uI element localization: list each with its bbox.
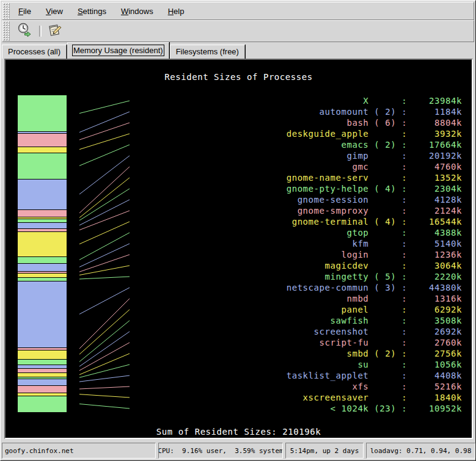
process-row-gnome-smproxy: gnome-smproxy : 2124k	[287, 205, 462, 216]
connector-line	[79, 343, 130, 371]
bar-segment-gmc	[18, 209, 67, 217]
connector-line	[79, 365, 130, 377]
connector-line	[79, 167, 130, 213]
time-uptime-panel: 5:14pm, up 2 days	[285, 443, 364, 459]
menu-view[interactable]: View	[38, 4, 70, 18]
menu-file[interactable]: File	[11, 4, 38, 18]
connector-line	[79, 156, 130, 194]
connector-line	[79, 189, 130, 220]
connector-line	[79, 233, 130, 260]
tab-memory-usage-resident[interactable]: Memory Usage (resident)	[67, 42, 169, 59]
chart-canvas: Resident Sizes of Processes Sum of Resid…	[5, 60, 472, 438]
bar-segment-gimp	[18, 179, 67, 209]
process-row-xscreensaver: xscreensaver : 1840k	[287, 392, 462, 403]
connector-line	[79, 134, 130, 150]
connector-line	[79, 222, 130, 244]
bar-segment-gtop	[18, 256, 67, 263]
bar-segment-sawfish	[18, 359, 67, 365]
process-row-sawfish: sawfish : 3508k	[287, 315, 462, 326]
process-row-nmbd: nmbd : 1316k	[287, 293, 462, 304]
chart-title: Resident Sizes of Processes	[5, 72, 472, 82]
tab-processes-all[interactable]: Processes (all)	[2, 45, 67, 59]
process-row-< 1024k: < 1024k (23) : 10952k	[287, 403, 462, 414]
connector-line	[79, 266, 130, 275]
connector-line	[79, 321, 130, 361]
process-row-automount: automount ( 2) : 1184k	[287, 106, 462, 117]
process-row-bash: bash ( 6) : 8804k	[287, 117, 462, 128]
bar-segment-panel	[18, 350, 67, 360]
connector-line	[79, 299, 130, 349]
process-row-screenshot: screenshot : 2692k	[287, 326, 462, 337]
menu-windows[interactable]: Windows	[114, 4, 161, 18]
toolbar-separator	[39, 26, 42, 37]
process-row-X: X : 23984k	[287, 95, 462, 106]
process-row-gtop: gtop : 4388k	[287, 227, 462, 238]
process-row-gimp: gimp : 20192k	[287, 150, 462, 161]
connector-line	[79, 112, 130, 132]
connector-line	[79, 376, 130, 382]
process-row-kfm: kfm : 5140k	[287, 238, 462, 249]
loadavg-panel: loadavg: 0.71, 0.94, 0.98	[366, 443, 475, 459]
process-row-login: login : 1236k	[287, 249, 462, 260]
bar-segment-deskguide_apple	[18, 147, 67, 153]
process-row-script-fu: script-fu : 2760k	[287, 337, 462, 348]
bar-segment-netscape-commun	[18, 281, 67, 348]
notepad-pencil-icon	[47, 22, 63, 40]
process-row-su: su : 1056k	[287, 359, 462, 370]
menu-settings[interactable]: Settings	[70, 4, 114, 18]
connector-line	[79, 354, 130, 375]
bar-segment-screenshot	[18, 365, 67, 369]
process-row-mingetty: mingetty ( 5) : 2220k	[287, 271, 462, 282]
connector-line	[79, 288, 130, 314]
process-row-smbd: smbd ( 2) : 2756k	[287, 348, 462, 359]
tab-filesystems-free[interactable]: Filesystems (free)	[170, 45, 245, 59]
connector-line	[79, 394, 130, 397]
connector-line	[79, 200, 130, 225]
connector-line	[79, 387, 130, 389]
bar-segment-gnome-session	[18, 222, 67, 228]
bar-segment-xfs	[18, 385, 67, 393]
stacked-memory-bar	[18, 95, 67, 412]
bar-segment-smbd	[18, 372, 67, 377]
bar-segment-< 1024k	[18, 396, 67, 412]
toolbar	[2, 20, 474, 42]
toolbar-grip-handle[interactable]	[3, 21, 10, 41]
process-row-tasklist_applet: tasklist_applet : 4408k	[287, 370, 462, 381]
connector-line	[79, 178, 130, 218]
bar-segment-script-fu	[18, 368, 67, 372]
process-row-emacs: emacs ( 2) : 17664k	[287, 139, 462, 150]
bar-segment-X	[18, 95, 67, 131]
notepad-pencil-button[interactable]	[45, 22, 65, 40]
process-row-gmc: gmc : 4760k	[287, 161, 462, 172]
process-row-magicdev: magicdev : 3064k	[287, 260, 462, 271]
process-row-gnome-pty-helpe: gnome-pty-helpe ( 4) : 2304k	[287, 183, 462, 194]
bar-segment-tasklist_applet	[18, 379, 67, 385]
gtop-window: FileViewSettingsWindowsHelp	[0, 0, 476, 461]
clock-forward-icon	[16, 22, 32, 40]
cpu-usage-panel: CPU: 9.16% user, 3.59% system	[158, 443, 283, 459]
connector-line	[79, 101, 130, 114]
process-row-gnome-name-serv: gnome-name-serv : 1352k	[287, 172, 462, 183]
bar-segment-bash	[18, 133, 67, 147]
process-row-netscape-commun: netscape-commun ( 3) : 44380k	[287, 282, 462, 293]
connector-line	[79, 211, 130, 230]
connector-line	[79, 145, 130, 165]
connector-line	[79, 255, 130, 272]
chart-panel: Resident Sizes of Processes Sum of Resid…	[4, 59, 473, 439]
bar-segment-gnome-terminal	[18, 231, 67, 256]
process-row-panel: panel : 6292k	[287, 304, 462, 315]
bar-segment-magicdev	[18, 273, 67, 278]
menu-help[interactable]: Help	[161, 4, 192, 18]
connector-line	[79, 332, 130, 366]
connector-line	[79, 404, 130, 409]
process-row-gnome-terminal: gnome-terminal ( 4) : 16544k	[287, 216, 462, 227]
bar-segment-kfm	[18, 263, 67, 271]
menubar: FileViewSettingsWindowsHelp	[2, 2, 474, 20]
connector-line	[79, 123, 130, 140]
menubar-grip-handle[interactable]	[3, 3, 10, 19]
clock-forward-button[interactable]	[15, 22, 34, 40]
connector-line	[79, 244, 130, 267]
connector-line	[79, 310, 130, 354]
bar-segment-emacs	[18, 153, 67, 180]
process-row-gnome-session: gnome-session : 4128k	[287, 194, 462, 205]
